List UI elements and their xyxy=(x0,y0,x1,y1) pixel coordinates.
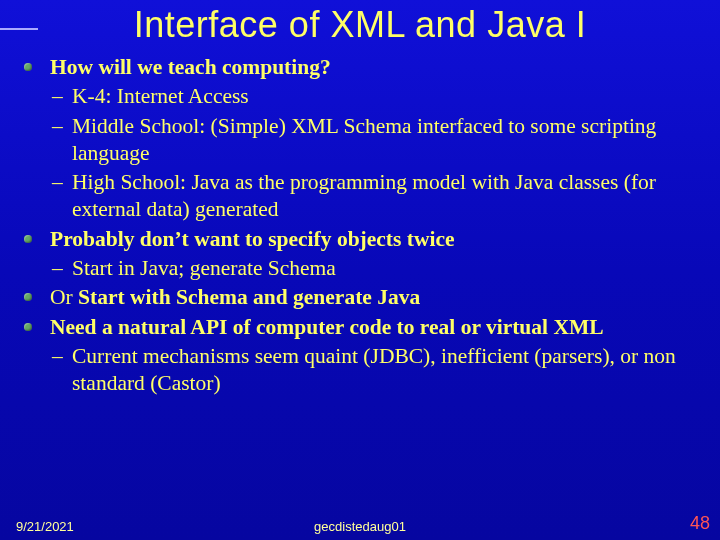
bullet-item: Need a natural API of computer code to r… xyxy=(22,314,706,398)
sub-list: Current mechanisms seem quaint (JDBC), i… xyxy=(50,343,706,398)
sub-item: Start in Java; generate Schema xyxy=(50,255,706,282)
footer-center: gecdistedaug01 xyxy=(0,519,720,534)
bullet-lead: Start with Schema and generate Java xyxy=(78,285,420,309)
slide-body: How will we teach computing? K-4: Intern… xyxy=(22,54,706,400)
bullet-item: Or Start with Schema and generate Java xyxy=(22,284,706,311)
bullet-icon xyxy=(24,63,32,71)
bullet-lead: Need a natural API of computer code to r… xyxy=(50,315,604,339)
bullet-prefix: Or xyxy=(50,285,78,309)
sub-item: K-4: Internet Access xyxy=(50,83,706,110)
bullet-list: How will we teach computing? K-4: Intern… xyxy=(22,54,706,398)
sub-item: High School: Java as the programming mod… xyxy=(50,169,706,224)
sub-item: Current mechanisms seem quaint (JDBC), i… xyxy=(50,343,706,398)
bullet-item: Probably don’t want to specify objects t… xyxy=(22,226,706,283)
bullet-icon xyxy=(24,293,32,301)
slide: Interface of XML and Java I How will we … xyxy=(0,0,720,540)
sub-list: Start in Java; generate Schema xyxy=(50,255,706,282)
bullet-lead: Probably don’t want to specify objects t… xyxy=(50,227,454,251)
sub-list: K-4: Internet Access Middle School: (Sim… xyxy=(50,83,706,223)
bullet-icon xyxy=(24,235,32,243)
bullet-lead: How will we teach computing? xyxy=(50,55,331,79)
slide-footer: 9/21/2021 gecdistedaug01 48 xyxy=(0,514,720,534)
bullet-icon xyxy=(24,323,32,331)
slide-title: Interface of XML and Java I xyxy=(0,4,720,46)
sub-item: Middle School: (Simple) XML Schema inter… xyxy=(50,113,706,168)
bullet-item: How will we teach computing? K-4: Intern… xyxy=(22,54,706,224)
footer-page-number: 48 xyxy=(690,513,710,534)
